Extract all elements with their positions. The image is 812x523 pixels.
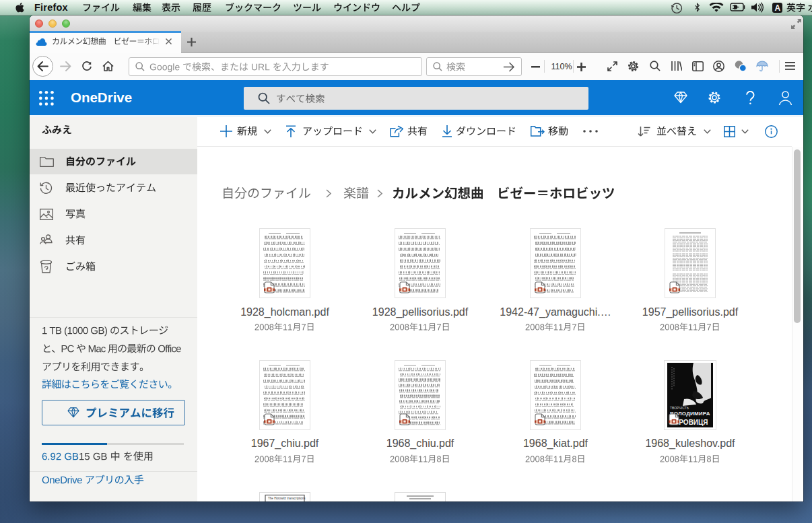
svg-text:ТВОРЧІСТЬ: ТВОРЧІСТЬ xyxy=(670,406,689,410)
svg-text:The Horowitz transcriptions: The Horowitz transcriptions xyxy=(268,497,306,500)
